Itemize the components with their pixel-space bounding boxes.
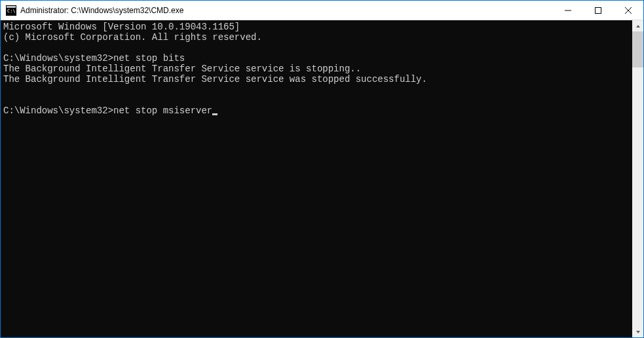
cmd-icon: C:\ — [6, 5, 16, 16]
terminal-container: Microsoft Windows [Version 10.0.19043.11… — [1, 20, 643, 337]
command-text: net stop msiserver — [113, 105, 212, 116]
scrollbar-thumb[interactable] — [632, 31, 643, 67]
prompt: C:\Windows\system32> — [3, 105, 113, 116]
cursor — [212, 113, 218, 115]
copyright-line: (c) Microsoft Corporation. All rights re… — [3, 32, 262, 43]
window-title: Administrator: C:\Windows\system32\CMD.e… — [20, 6, 553, 15]
output-line: The Background Intelligent Transfer Serv… — [3, 64, 361, 74]
terminal-output[interactable]: Microsoft Windows [Version 10.0.19043.11… — [1, 20, 632, 337]
output-line: The Background Intelligent Transfer Serv… — [3, 74, 427, 84]
scrollbar-down-button[interactable] — [632, 326, 643, 337]
svg-text:C:\: C:\ — [7, 9, 16, 14]
svg-rect-1 — [7, 6, 16, 8]
minimize-button[interactable] — [553, 1, 583, 20]
svg-rect-4 — [596, 7, 601, 13]
prompt: C:\Windows\system32> — [3, 53, 113, 64]
maximize-button[interactable] — [583, 1, 613, 20]
close-button[interactable] — [613, 1, 643, 20]
version-line: Microsoft Windows [Version 10.0.19043.11… — [3, 22, 240, 32]
scrollbar-up-button[interactable] — [632, 20, 643, 31]
window-controls — [553, 1, 643, 20]
cmd-window: C:\ Administrator: C:\Windows\system32\C… — [0, 0, 644, 338]
scrollbar-track[interactable] — [632, 31, 643, 326]
vertical-scrollbar[interactable] — [632, 20, 643, 337]
titlebar[interactable]: C:\ Administrator: C:\Windows\system32\C… — [1, 1, 643, 20]
command-text: net stop bits — [113, 53, 185, 64]
